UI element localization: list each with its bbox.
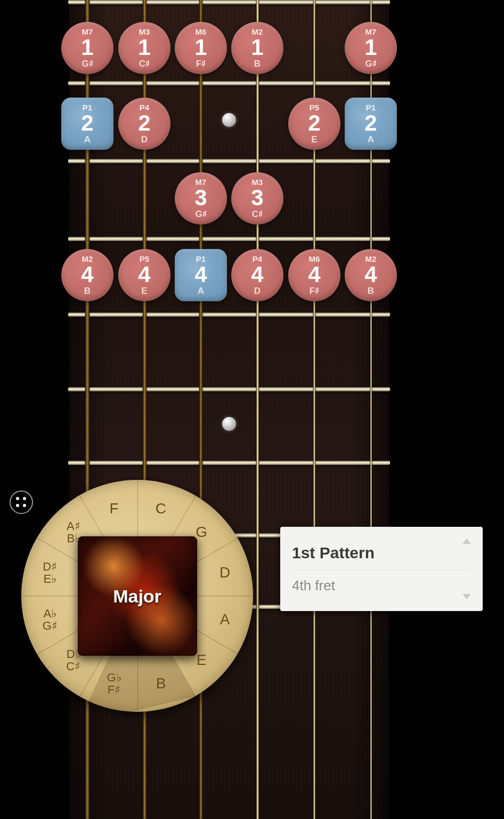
key-G[interactable]: G <box>196 524 207 540</box>
note-interval: M3 <box>139 28 150 36</box>
note-interval: M7 <box>196 178 207 186</box>
fret-wire <box>68 387 390 391</box>
note-marker[interactable]: P12A <box>345 98 397 150</box>
note-name: C♯ <box>139 59 150 68</box>
note-finger: 1 <box>81 36 93 59</box>
pattern-fret-selector: 1st Pattern 4th fret <box>280 527 483 611</box>
fret-wire <box>68 0 390 4</box>
note-name: D <box>254 286 261 295</box>
note-interval: P4 <box>140 103 149 111</box>
key-B[interactable]: B <box>156 676 166 692</box>
note-marker[interactable]: M73G♯ <box>175 172 227 224</box>
fret-wire <box>68 81 390 85</box>
key-D♭C♯[interactable]: D♭C♯ <box>66 648 80 672</box>
key-A♯B♭[interactable]: A♯B♭ <box>67 520 80 544</box>
note-marker[interactable]: M61F♯ <box>175 22 227 74</box>
caret-down-icon <box>462 594 471 599</box>
pattern-selector[interactable]: 1st Pattern <box>292 536 471 569</box>
note-marker[interactable]: M21B <box>231 22 283 74</box>
note-marker[interactable]: M24B <box>345 249 397 301</box>
note-finger: 1 <box>194 36 207 59</box>
note-finger: 4 <box>364 263 377 286</box>
note-finger: 2 <box>308 112 320 134</box>
note-name: B <box>254 59 261 68</box>
key-E[interactable]: E <box>197 653 207 668</box>
note-name: F♯ <box>196 59 206 68</box>
note-name: G♯ <box>365 59 376 68</box>
note-interval: M2 <box>82 255 93 263</box>
note-finger: 2 <box>81 112 93 134</box>
note-marker[interactable]: P12A <box>61 98 113 150</box>
key-C[interactable]: C <box>156 501 166 516</box>
note-name: A <box>198 286 204 295</box>
fret-inlay <box>222 417 236 431</box>
key-D♯E♭[interactable]: D♯E♭ <box>43 560 57 585</box>
note-interval: M6 <box>196 28 207 36</box>
note-interval: M2 <box>365 255 377 263</box>
fret-label: 4th fret <box>292 577 471 594</box>
note-name: E <box>311 135 317 144</box>
note-finger: 1 <box>138 36 150 59</box>
scale-type-label: Major <box>113 585 161 606</box>
string-3 <box>199 0 202 819</box>
note-interval: P5 <box>310 103 319 111</box>
note-name: F♯ <box>310 286 319 295</box>
note-finger: 4 <box>81 263 93 286</box>
note-name: B <box>84 286 91 295</box>
note-marker[interactable]: M71G♯ <box>61 22 113 74</box>
note-finger: 1 <box>251 36 263 59</box>
fret-wire <box>68 312 390 317</box>
note-interval: P1 <box>366 103 376 111</box>
note-finger: 2 <box>364 112 377 134</box>
note-marker[interactable]: M64F♯ <box>288 249 340 301</box>
fret-wire <box>68 461 390 465</box>
note-marker[interactable]: M33C♯ <box>231 172 283 224</box>
fret-inlay <box>222 113 236 127</box>
note-interval: P1 <box>196 255 206 263</box>
note-interval: P4 <box>253 255 262 263</box>
key-F[interactable]: F <box>109 501 118 516</box>
note-interval: P1 <box>83 103 92 111</box>
options-button[interactable] <box>10 491 33 514</box>
note-finger: 4 <box>194 263 207 286</box>
key-wheel[interactable]: Major CGDAEBG♭F♯D♭C♯A♭G♯D♯E♭A♯B♭F <box>21 480 253 712</box>
note-marker[interactable]: M71G♯ <box>345 22 397 74</box>
note-interval: M7 <box>82 28 93 36</box>
caret-up-icon <box>462 539 471 544</box>
note-marker[interactable]: P44D <box>231 249 283 301</box>
note-marker[interactable]: P14A <box>175 249 227 301</box>
note-name: G♯ <box>195 210 206 219</box>
fret-wire <box>68 237 390 241</box>
note-finger: 1 <box>364 36 377 59</box>
key-wheel-center[interactable]: Major <box>77 536 197 656</box>
note-marker[interactable]: P42D <box>118 98 170 150</box>
note-finger: 3 <box>251 187 263 209</box>
note-marker[interactable]: P52E <box>288 98 340 150</box>
note-finger: 2 <box>138 112 150 134</box>
note-interval: P5 <box>140 255 149 263</box>
note-finger: 4 <box>251 263 263 286</box>
note-finger: 4 <box>138 263 150 286</box>
note-interval: M3 <box>252 178 263 186</box>
note-interval: M6 <box>309 255 320 263</box>
note-marker[interactable]: M24B <box>61 249 113 301</box>
note-name: A <box>368 135 374 144</box>
note-marker[interactable]: M31C♯ <box>118 22 170 74</box>
key-A♭G♯[interactable]: A♭G♯ <box>43 607 58 632</box>
fret-wire <box>68 159 390 163</box>
string-4 <box>256 0 259 819</box>
note-name: C♯ <box>252 210 263 219</box>
fret-selector[interactable]: 4th fret <box>292 569 471 601</box>
key-A[interactable]: A <box>220 612 230 627</box>
note-name: G♯ <box>82 59 93 68</box>
note-name: B <box>368 286 374 295</box>
key-G♭F♯[interactable]: G♭F♯ <box>107 671 121 696</box>
note-interval: M7 <box>365 28 377 36</box>
key-D[interactable]: D <box>220 565 230 580</box>
note-name: A <box>84 135 91 144</box>
pattern-label: 1st Pattern <box>292 544 471 562</box>
note-finger: 4 <box>308 263 320 286</box>
note-interval: M2 <box>252 28 263 36</box>
note-marker[interactable]: P54E <box>118 249 170 301</box>
note-name: D <box>141 135 148 144</box>
